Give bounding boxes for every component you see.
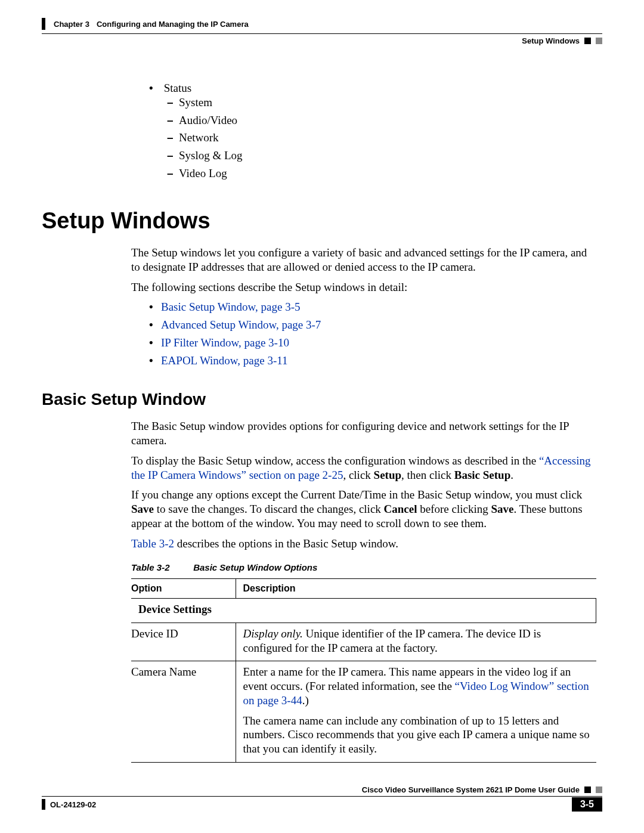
options-table: Option Description Device Settings Devic… (131, 578, 596, 763)
header-section: Setup Windows (522, 36, 580, 45)
footer-guide-line: Cisco Video Surveillance System 2621 IP … (42, 785, 602, 797)
page-content: Status System Audio/Video Network Syslog… (42, 81, 602, 763)
column-header-option: Option (131, 579, 236, 599)
paragraph: To display the Basic Setup window, acces… (131, 454, 596, 482)
header-left: Chapter 3 Configuring and Managing the I… (42, 18, 249, 30)
description-cell: Display only. Unique identifier of the I… (236, 623, 596, 661)
heading-basic-setup-window: Basic Setup Window (42, 389, 596, 410)
text: , then click (401, 469, 454, 481)
list-item-label: Syslog & Log (179, 149, 243, 162)
section-links-list: Basic Setup Window, page 3-5 Advanced Se… (149, 300, 596, 367)
paragraph: Table 3-2 describes the options in the B… (131, 537, 596, 551)
list-item-label: System (179, 96, 212, 109)
text: If you change any options except the Cur… (131, 488, 582, 501)
option-cell: Device ID (131, 623, 236, 661)
list-item-label: Network (179, 131, 218, 144)
list-item-label: Audio/Video (179, 114, 237, 126)
list-item-label: Status (164, 82, 191, 94)
paragraph: The following sections describe the Setu… (131, 280, 596, 295)
text: describes the options in the Basic Setup… (174, 537, 398, 550)
text: .) (302, 694, 309, 707)
square-icon (584, 786, 591, 793)
text: To display the Basic Setup window, acces… (131, 454, 539, 467)
table-number: Table 3-2 (131, 562, 191, 574)
footer-row: OL-24129-02 3-5 (42, 797, 602, 812)
xref-link[interactable]: IP Filter Window, page 3-10 (161, 336, 289, 349)
xref-link[interactable]: Advanced Setup Window, page 3-7 (161, 318, 321, 331)
heading-setup-windows: Setup Windows (42, 207, 596, 236)
paragraph: The Basic Setup window provides options … (131, 419, 596, 448)
page-header-sub: Setup Windows (42, 34, 602, 45)
page-header: Chapter 3 Configuring and Managing the I… (42, 18, 602, 30)
footer-bar-icon (42, 799, 45, 810)
text: The camera name can include any combinat… (243, 714, 590, 756)
ui-term: Basic Setup (454, 469, 511, 481)
table-header-row: Option Description (131, 579, 596, 599)
page-number: 3-5 (572, 797, 602, 812)
square-icon (596, 38, 602, 44)
chapter-title: Configuring and Managing the IP Camera (97, 20, 249, 29)
header-right: Setup Windows (522, 36, 602, 45)
ui-term: Save (131, 503, 154, 515)
doc-id-text: OL-24129-02 (50, 800, 96, 809)
table-caption: Table 3-2 Basic Setup Window Options (131, 562, 596, 574)
guide-title: Cisco Video Surveillance System 2621 IP … (362, 785, 580, 794)
xref-link[interactable]: Table 3-2 (131, 537, 174, 550)
table-row: Camera Name Enter a name for the IP came… (131, 661, 596, 763)
text: before clicking (417, 503, 491, 515)
ui-term: Setup (374, 469, 401, 481)
description-cell: Enter a name for the IP camera. This nam… (236, 661, 596, 763)
square-icon (596, 786, 602, 793)
text: to save the changes. To discard the chan… (154, 503, 384, 515)
status-list: Status System Audio/Video Network Syslog… (149, 81, 596, 181)
square-icon (584, 38, 591, 44)
document-page: Chapter 3 Configuring and Managing the I… (0, 0, 644, 833)
chapter-label: Chapter 3 (54, 20, 89, 29)
text: . (510, 469, 513, 481)
status-sublist: System Audio/Video Network Syslog & Log … (167, 95, 596, 181)
ui-term: Cancel (384, 503, 417, 515)
table-title: Basic Setup Window Options (193, 562, 317, 572)
xref-link[interactable]: EAPOL Window, page 3-11 (161, 354, 288, 367)
page-footer: Cisco Video Surveillance System 2621 IP … (42, 785, 602, 812)
doc-id: OL-24129-02 (42, 799, 96, 810)
header-bar-icon (42, 18, 45, 30)
column-header-description: Description (236, 579, 596, 599)
paragraph: The Setup windows let you configure a va… (131, 246, 596, 274)
emphasis: Display only. (243, 627, 303, 640)
ui-term: Save (491, 503, 514, 515)
paragraph: If you change any options except the Cur… (131, 488, 596, 530)
option-cell: Camera Name (131, 661, 236, 763)
table-subheader: Device Settings (131, 599, 596, 623)
text: , click (343, 469, 373, 481)
list-item-label: Video Log (179, 167, 227, 179)
table-subheader-row: Device Settings (131, 599, 596, 623)
xref-link[interactable]: Basic Setup Window, page 3-5 (161, 301, 301, 313)
table-row: Device ID Display only. Unique identifie… (131, 623, 596, 661)
